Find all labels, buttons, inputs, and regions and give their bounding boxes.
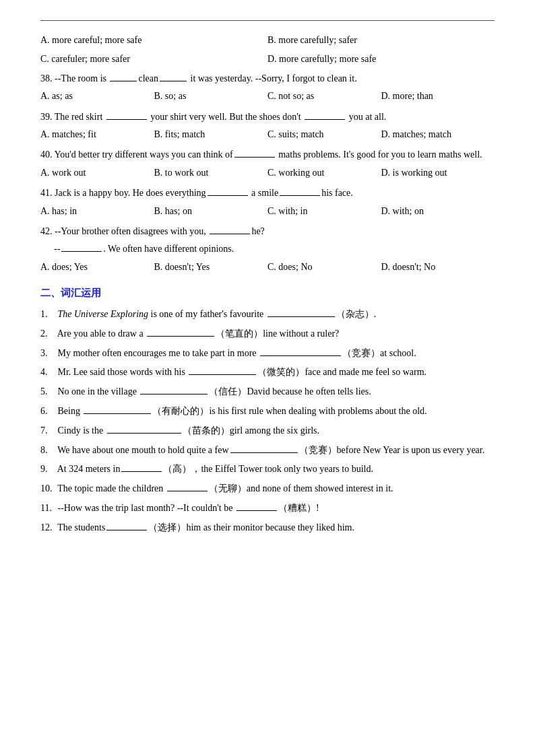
vocab-item-2: 2. Are you able to draw a （笔直的）line with… <box>40 326 495 342</box>
q38-option-a: A. as; as <box>40 89 154 104</box>
blank-v6 <box>84 413 151 414</box>
q42-option-d: D. doesn't; No <box>381 260 495 275</box>
q39-option-a: A. matches; fit <box>40 127 154 142</box>
q42-option-a: A. does; Yes <box>40 260 154 275</box>
q38-option-b: B. so; as <box>154 89 268 104</box>
blank-v9 <box>121 471 162 472</box>
question-39: 39. The red skirt your shirt very well. … <box>40 110 495 143</box>
options-row-cd: C. carefuler; more safer D. more careful… <box>40 52 495 67</box>
blank-v10 <box>167 491 208 491</box>
option-c: C. carefuler; more safer <box>40 52 268 67</box>
blank-38-2 <box>160 81 187 81</box>
blank-40 <box>234 157 275 158</box>
q39-options: A. matches; fit B. fits; match C. suits;… <box>40 127 495 142</box>
blank-38-1 <box>110 81 137 81</box>
q38-options: A. as; as B. so; as C. not so; as D. mor… <box>40 89 495 104</box>
blank-41-2 <box>280 195 320 196</box>
q39-text: 39. The red skirt your shirt very well. … <box>40 110 495 125</box>
q40-text: 40. You'd better try different ways you … <box>40 147 495 162</box>
vocab-item-3: 3. My mother often encourages me to take… <box>40 345 495 362</box>
blank-v3 <box>260 355 341 356</box>
blank-v1 <box>268 316 335 317</box>
blank-v4 <box>189 374 256 375</box>
section-header-vocab: 二、词汇运用 <box>40 287 495 300</box>
q42-text1: 42. --Your brother often disagrees with … <box>40 224 495 239</box>
top-divider <box>40 20 495 21</box>
option-a: A. more careful; more safe <box>40 33 268 48</box>
q42-option-b: B. doesn't; Yes <box>154 260 268 275</box>
blank-v12 <box>106 530 147 530</box>
q41-option-d: D. with; on <box>381 204 495 219</box>
question-42: 42. --Your brother often disagrees with … <box>40 224 495 275</box>
q42-text2: --. We often have different opinions. <box>54 242 495 256</box>
q42-option-c: C. does; No <box>268 260 381 275</box>
q38-option-d: D. more; than <box>381 89 495 104</box>
option-b: B. more carefully; safer <box>268 33 495 48</box>
options-row-ab: A. more careful; more safe B. more caref… <box>40 33 495 48</box>
q40-options: A. work out B. to work out C. working ou… <box>40 166 495 180</box>
q40-option-d: D. is working out <box>381 166 495 180</box>
q39-option-c: C. suits; match <box>268 127 381 142</box>
vocab-item-7: 7. Cindy is the （苗条的）girl among the six … <box>40 423 495 439</box>
blank-39-2 <box>305 119 345 120</box>
question-41: 41. Jack is a happy boy. He does everyth… <box>40 186 495 219</box>
blank-v2 <box>147 336 214 337</box>
q38-text: 38. --The room is clean it was yesterday… <box>40 71 495 86</box>
q40-option-c: C. working out <box>268 166 381 180</box>
vocab-item-9: 9. At 324 meters in（高），the Eiffel Tower … <box>40 461 495 477</box>
question-38: 38. --The room is clean it was yesterday… <box>40 71 495 104</box>
vocab-item-11: 11. --How was the trip last month? --It … <box>40 500 495 516</box>
q39-option-b: B. fits; match <box>154 127 268 142</box>
vocab-item-12: 12. The students（选择）him as their monitor… <box>40 520 495 536</box>
blank-v11 <box>237 510 277 511</box>
question-40: 40. You'd better try different ways you … <box>40 147 495 180</box>
q40-option-a: A. work out <box>40 166 154 180</box>
vocab-item-6: 6. Being （有耐心的）is his first rule when de… <box>40 403 495 419</box>
blank-42-1 <box>210 234 250 234</box>
option-d: D. more carefully; more safe <box>268 52 495 67</box>
q39-option-d: D. matches; match <box>381 127 495 142</box>
blank-41-1 <box>208 195 248 196</box>
vocab-item-10: 10. The topic made the children （无聊）and … <box>40 481 495 497</box>
q41-option-a: A. has; in <box>40 204 154 219</box>
vocab-item-5: 5. No one in the village （信任）David becau… <box>40 384 495 400</box>
q40-option-b: B. to work out <box>154 166 268 180</box>
vocab-item-1: 1. The Universe Exploring is one of my f… <box>40 306 495 322</box>
blank-v8 <box>230 452 298 453</box>
q41-text: 41. Jack is a happy boy. He does everyth… <box>40 186 495 201</box>
q42-options: A. does; Yes B. doesn't; Yes C. does; No… <box>40 260 495 275</box>
vocab-item-8: 8. We have about one mouth to hold quite… <box>40 442 495 458</box>
q41-option-c: C. with; in <box>268 204 381 219</box>
q38-option-c: C. not so; as <box>268 89 381 104</box>
q41-option-b: B. has; on <box>154 204 268 219</box>
blank-42-2 <box>61 251 102 252</box>
q41-options: A. has; in B. has; on C. with; in D. wit… <box>40 204 495 219</box>
blank-39-1 <box>106 119 147 120</box>
blank-v7 <box>107 433 181 434</box>
blank-v5 <box>140 394 208 394</box>
vocab-item-4: 4. Mr. Lee said those words with his （微笑… <box>40 364 495 380</box>
